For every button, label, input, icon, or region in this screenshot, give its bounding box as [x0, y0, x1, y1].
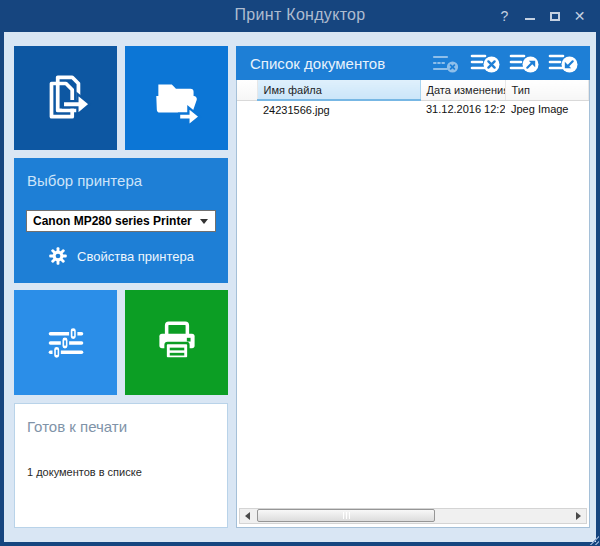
scrollbar-track[interactable] — [255, 509, 571, 523]
column-header-blank[interactable] — [237, 80, 257, 100]
settings-button[interactable] — [14, 290, 117, 395]
add-files-button[interactable] — [14, 46, 117, 150]
printer-select-value: Canon MP280 series Printer — [27, 214, 200, 228]
close-button[interactable]: ✕ — [567, 3, 592, 29]
print-button[interactable] — [125, 290, 228, 395]
clear-list-icon[interactable] — [470, 51, 500, 75]
document-list: Имя файла Дата изменения Тип 24231566.jp… — [236, 80, 590, 528]
printer-panel-heading: Выбор принтера — [27, 172, 142, 189]
printer-select[interactable]: Canon MP280 series Printer — [26, 210, 216, 232]
documents-title: Список документов — [250, 55, 431, 72]
printer-selection-panel: Выбор принтера Canon MP280 series Printe… — [14, 158, 228, 283]
printer-icon — [148, 314, 206, 372]
scroll-right-icon — [576, 512, 581, 520]
save-list-icon[interactable] — [509, 51, 539, 75]
add-folder-icon — [148, 69, 206, 127]
window-controls: ? ✕ — [492, 0, 592, 32]
load-list-icon[interactable] — [548, 51, 578, 75]
scroll-left-button[interactable] — [240, 509, 255, 523]
table-row[interactable]: 24231566.jpg 31.12.2016 12:25 Jpeg Image — [237, 100, 589, 118]
thumb-grip-icon — [343, 512, 344, 519]
scrollbar-thumb[interactable] — [257, 509, 435, 522]
scroll-left-icon — [245, 512, 250, 520]
scroll-right-button[interactable] — [571, 509, 586, 523]
documents-header: Список документов — [236, 46, 590, 80]
horizontal-scrollbar[interactable] — [239, 508, 587, 524]
status-title: Готов к печати — [27, 418, 127, 435]
printer-properties-button[interactable]: Свойства принтера — [14, 246, 228, 266]
column-header-type[interactable]: Тип — [505, 80, 589, 100]
add-folder-button[interactable] — [125, 46, 228, 150]
minimize-button[interactable] — [517, 3, 542, 29]
column-header-modified[interactable]: Дата изменения — [420, 80, 505, 100]
column-header-filename[interactable]: Имя файла — [257, 80, 420, 100]
row-filename: 24231566.jpg — [257, 100, 420, 118]
documents-toolbar — [431, 51, 578, 75]
chevron-down-icon — [200, 219, 208, 224]
add-documents-icon — [37, 69, 95, 127]
maximize-button[interactable] — [542, 3, 567, 29]
document-table: Имя файла Дата изменения Тип 24231566.jp… — [237, 80, 589, 118]
row-blank-cell — [237, 100, 257, 118]
help-button[interactable]: ? — [492, 3, 517, 29]
titlebar: Принт Кондуктор ? ✕ — [0, 0, 600, 32]
printer-properties-label: Свойства принтера — [77, 249, 194, 264]
app-window: Принт Кондуктор ? ✕ — [0, 0, 600, 546]
documents-panel: Список документов — [236, 46, 590, 528]
row-type: Jpeg Image — [505, 100, 589, 118]
minimize-icon — [525, 18, 535, 20]
client-area: Выбор принтера Canon MP280 series Printe… — [4, 32, 596, 542]
row-modified: 31.12.2016 12:25 — [420, 100, 505, 118]
table-header-row: Имя файла Дата изменения Тип — [237, 80, 589, 100]
gear-icon — [48, 246, 68, 266]
status-document-count: 1 документов в списке — [27, 466, 142, 478]
sliders-icon — [37, 314, 95, 372]
remove-selected-from-list-icon — [431, 51, 461, 75]
status-box: Готов к печати 1 документов в списке — [14, 403, 228, 528]
maximize-icon — [550, 12, 560, 21]
